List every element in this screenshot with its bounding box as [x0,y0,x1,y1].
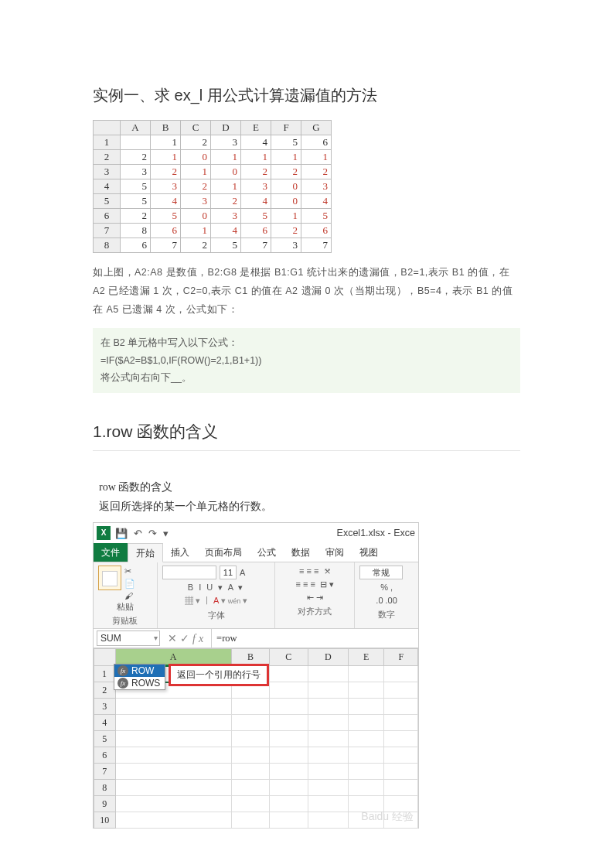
font-grow-icon[interactable]: A [240,567,245,578]
suggest-tooltip: 返回一个引用的行号 [169,664,269,686]
fx-badge-icon: fx [117,665,128,676]
tab-view[interactable]: 视图 [352,543,386,562]
tab-insert[interactable]: 插入 [163,543,197,562]
save-icon[interactable]: 💾 [115,528,128,539]
divider [93,450,520,451]
tab-file[interactable]: 文件 [94,543,128,562]
cancel-icon[interactable]: ✕ [168,632,180,644]
formula-line-2: =IF($A2=B$1,0,IF(ROW()=2,1,B1+1)) [100,352,513,370]
paste-label: 粘贴 [98,601,152,612]
fx-icon[interactable]: fx [192,633,206,644]
undo-icon[interactable]: ↶ [134,528,142,539]
copy-icon[interactable]: 📄 [124,578,135,589]
tab-formula[interactable]: 公式 [250,543,284,562]
font-style-buttons[interactable]: B I U ▾ A ▾ [162,582,271,593]
excel-window: X 💾 ↶ ↷ ▾ Excel1.xlsx - Exce 文件 开始 插入 页面… [93,522,419,829]
ribbon-tabs: 文件 开始 插入 页面布局 公式 数据 审阅 视图 [94,543,418,562]
font-name-box[interactable] [162,566,216,579]
workbook-title: Excel1.xlsx - Exce [337,528,415,538]
row-func-desc: row 函数的含义 返回所选择的某一个单元格的行数。 [99,477,520,516]
ribbon: ✂ 📄 🖌 粘贴 剪贴板 11 A B I U ▾ A ▾ ▦ ▾ 〡 A ▾ … [94,562,418,629]
fx-badge-icon: fx [117,678,128,689]
formula-line-3: 将公式向右向下__。 [100,369,513,387]
table-1: ABCDEFG112345622101111332102224532130355… [93,120,520,253]
tab-review[interactable]: 审阅 [318,543,352,562]
format-painter-icon[interactable]: 🖌 [124,590,133,601]
formula-bar: SUM ✕✓fx =row [94,629,418,648]
group-number: 常规 % , .0 .00 数字 [355,562,418,628]
heading-example-1: 实例一、求 ex_l 用公式计算遗漏值的方法 [93,85,520,106]
group-align: ≡ ≡ ≡ ⤧ ≡ ≡ ≡ ⊟ ▾ ⇤ ⇥ 对齐方式 [275,562,355,628]
heading-row-function: 1.row 函数的含义 [93,421,520,443]
qat-more-icon[interactable]: ▾ [163,528,169,539]
suggest-item-row[interactable]: fx ROW [114,665,165,677]
explanation-paragraph: 如上图，A2:A8 是数值，B2:G8 是根据 B1:G1 统计出来的遗漏值，B… [93,264,520,319]
formula-line-1: 在 B2 单元格中写入以下公式： [100,334,513,352]
enter-icon[interactable]: ✓ [180,632,192,644]
tab-data[interactable]: 数据 [284,543,318,562]
name-box[interactable]: SUM [97,630,160,646]
worksheet[interactable]: ABCDEF1=row2345678910 fx ROW fx ROWS 返回一… [94,648,418,829]
cut-icon[interactable]: ✂ [124,566,131,576]
suggest-item-rows[interactable]: fx ROWS [114,677,165,689]
formula-box: 在 B2 单元格中写入以下公式： =IF($A2=B$1,0,IF(ROW()=… [93,328,520,393]
tab-layout[interactable]: 页面布局 [197,543,250,562]
group-font: 11 A B I U ▾ A ▾ ▦ ▾ 〡 A ▾ wén ▾ 字体 [158,562,276,628]
formula-suggest-popup: fx ROW fx ROWS 返回一个引用的行号 [114,664,269,690]
paste-icon[interactable] [98,566,121,590]
title-bar: X 💾 ↶ ↷ ▾ Excel1.xlsx - Exce [94,523,418,543]
group-clipboard: ✂ 📄 🖌 粘贴 剪贴板 [94,562,158,628]
redo-icon[interactable]: ↷ [148,528,157,539]
tab-home[interactable]: 开始 [128,543,163,562]
formula-input[interactable]: =row [211,629,418,648]
excel-icon: X [97,526,111,540]
number-format-box[interactable]: 常规 [359,566,403,579]
font-size-box[interactable]: 11 [220,566,237,579]
